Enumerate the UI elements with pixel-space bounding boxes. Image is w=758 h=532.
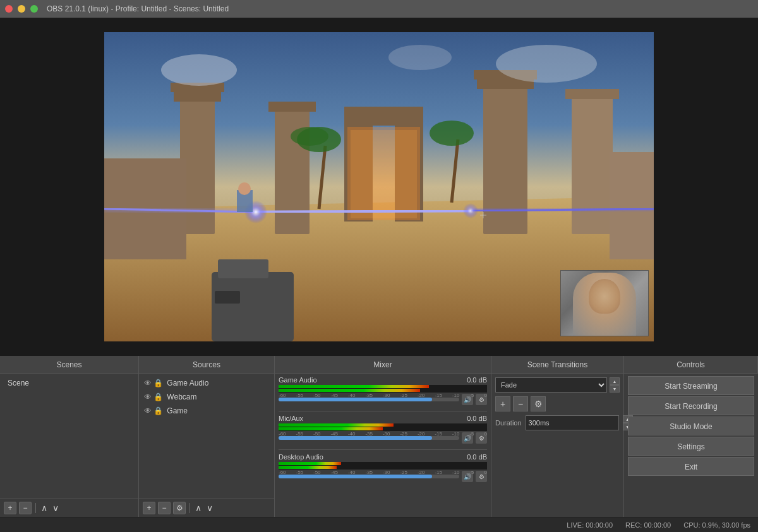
close-button[interactable] (5, 5, 13, 13)
sources-section-header: Sources (139, 356, 275, 373)
duration-label: Duration (495, 419, 522, 427)
channel-name-gameaudio: Game Audio (279, 376, 317, 384)
title-bar: OBS 21.0.1 (linux) - Profile: Untitled -… (0, 0, 758, 18)
transition-spin-down[interactable]: ▼ (610, 385, 620, 393)
sources-down-button[interactable]: ∨ (205, 503, 214, 513)
sources-panel: 👁 🔒 Game Audio 👁 🔒 Webcam 👁 🔒 Game + − ⚙… (139, 374, 275, 517)
source-item-webcam[interactable]: 👁 🔒 Webcam (141, 390, 272, 404)
window-title: OBS 21.0.1 (linux) - Profile: Untitled -… (47, 4, 229, 13)
transition-actions: + − ⚙ (495, 396, 620, 411)
meter-micaux: -60-55-50-45-40-35-30-25-20-15-10-50 (279, 423, 487, 431)
scenes-section-header: Scenes (0, 356, 139, 373)
scenes-add-button[interactable]: + (4, 502, 16, 514)
maximize-button[interactable] (30, 5, 38, 13)
settings-button[interactable]: Settings (628, 437, 754, 456)
fader-track-gameaudio[interactable] (279, 398, 459, 401)
source-icons: 👁 🔒 (144, 379, 163, 387)
start-streaming-button[interactable]: Start Streaming (628, 376, 754, 395)
transition-spin-up[interactable]: ▲ (610, 377, 620, 385)
start-recording-button[interactable]: Start Recording (628, 396, 754, 415)
source-icons: 👁 🔒 (144, 393, 163, 401)
meter-desktop: -60-55-50-45-40-35-30-25-20-15-10-50 (279, 462, 487, 470)
channel-name-desktop: Desktop Audio (279, 453, 323, 461)
duration-row: Duration ▲ ▼ (495, 415, 620, 430)
scenes-up-button[interactable]: ∧ (40, 503, 49, 513)
sources-settings-button[interactable]: ⚙ (173, 502, 186, 514)
webcam-person (573, 273, 636, 336)
sources-add-button[interactable]: + (143, 502, 155, 514)
channel-divider (279, 411, 487, 411)
content-row: Scene + − ∧ ∨ 👁 🔒 Game Audio 👁 🔒 We (0, 374, 758, 517)
minimize-button[interactable] (18, 5, 25, 13)
studio-mode-button[interactable]: Studio Mode (628, 417, 754, 435)
source-item-game[interactable]: 👁 🔒 Game (141, 404, 272, 418)
cpu-status: CPU: 0.9%, 30.00 fps (683, 521, 750, 529)
channel-divider2 (279, 449, 487, 450)
mixer-channel-micaux: Mic/Aux 0.0 dB -60-55-50-45-40-35-30-25-… (279, 415, 487, 444)
transition-type-select[interactable]: Fade (495, 377, 607, 393)
channel-db-gameaudio: 0.0 dB (467, 376, 487, 384)
mixer-panel: Game Audio 0.0 dB -60-55-50-45-40-35-30-… (275, 374, 491, 517)
scenes-toolbar-separator (35, 503, 36, 513)
channel-db-micaux: 0.0 dB (467, 415, 487, 422)
source-item-gameaudio[interactable]: 👁 🔒 Game Audio (141, 376, 272, 390)
sources-toolbar-separator (190, 503, 190, 513)
status-bar: LIVE: 00:00:00 REC: 00:00:00 CPU: 0.9%, … (0, 517, 758, 532)
mixer-channel-gameaudio: Game Audio 0.0 dB -60-55-50-45-40-35-30-… (279, 376, 487, 405)
bottom-panel: Scenes Sources Mixer Scene Transitions C… (0, 356, 758, 517)
transition-add-button[interactable]: + (495, 396, 510, 411)
scenes-remove-button[interactable]: − (19, 502, 32, 514)
channel-name-micaux: Mic/Aux (279, 415, 303, 422)
transitions-panel: Fade ▲ ▼ + − ⚙ Duration ▲ ▼ (491, 374, 624, 517)
sources-toolbar: + − ⚙ ∧ ∨ (139, 499, 274, 517)
duration-input[interactable] (526, 415, 619, 430)
webcam-head (589, 279, 620, 314)
scenes-toolbar: + − ∧ ∨ (0, 499, 138, 517)
mixer-section-header: Mixer (275, 356, 491, 373)
sources-list: 👁 🔒 Game Audio 👁 🔒 Webcam 👁 🔒 Game (139, 374, 274, 499)
preview-area (0, 18, 758, 356)
source-icons: 👁 🔒 (144, 406, 163, 415)
scenes-list: Scene (0, 374, 138, 499)
mixer-channel-desktop: Desktop Audio 0.0 dB -60-55-50-45-40-35-… (279, 453, 487, 482)
transition-remove-button[interactable]: − (513, 396, 528, 411)
fader-track-desktop[interactable] (279, 475, 459, 478)
meter-gameaudio: -60-55-50-45-40-35-30-25-20-15-10-50 (279, 385, 487, 393)
sources-up-button[interactable]: ∧ (194, 503, 203, 513)
rec-status: REC: 00:00:00 (625, 521, 671, 529)
transition-settings-button[interactable]: ⚙ (531, 396, 546, 411)
scenes-down-button[interactable]: ∨ (51, 503, 60, 513)
controls-section-header: Controls (624, 356, 758, 373)
transitions-section-header: Scene Transitions (491, 356, 624, 373)
live-status: LIVE: 00:00:00 (567, 521, 613, 529)
preview-canvas (104, 32, 654, 341)
controls-panel: Start Streaming Start Recording Studio M… (624, 374, 758, 517)
exit-button[interactable]: Exit (628, 457, 754, 476)
scenes-panel: Scene + − ∧ ∨ (0, 374, 139, 517)
sections-header: Scenes Sources Mixer Scene Transitions C… (0, 356, 758, 374)
fader-track-micaux[interactable] (279, 436, 459, 440)
transition-select-row: Fade ▲ ▼ (495, 377, 620, 393)
scene-item[interactable]: Scene (3, 376, 136, 390)
channel-db-desktop: 0.0 dB (467, 453, 487, 461)
webcam-overlay (560, 270, 649, 336)
sources-remove-button[interactable]: − (158, 502, 171, 514)
